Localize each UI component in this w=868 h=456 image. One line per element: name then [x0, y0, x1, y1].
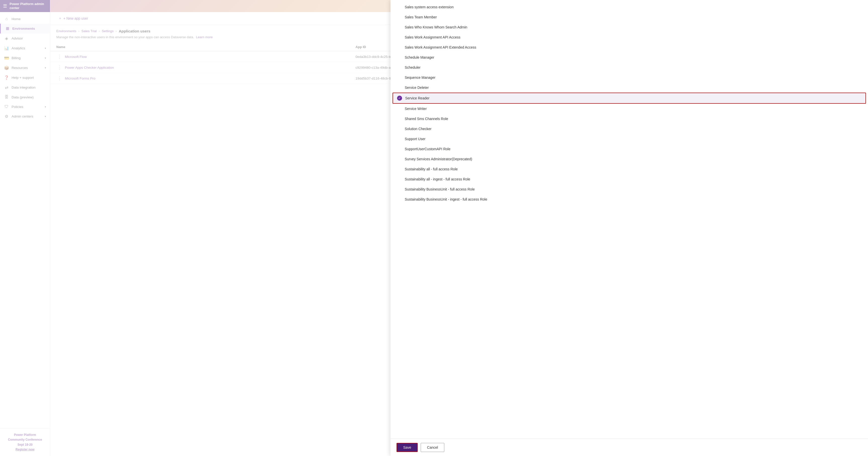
role-empty-icon — [397, 156, 402, 162]
role-label: Survey Services Administrator(Deprecated… — [405, 157, 472, 161]
role-label: Sales Work Assignment API Access — [405, 35, 460, 39]
role-item-service-writer[interactable]: Service Writer — [391, 104, 868, 114]
role-label: Service Writer — [405, 107, 427, 111]
role-empty-icon — [397, 136, 402, 141]
role-item-sustainability-ingest[interactable]: Sustainability all - ingest - full acces… — [391, 174, 868, 184]
roles-panel: Sales system access extension Sales Team… — [391, 0, 868, 456]
role-empty-icon — [397, 106, 402, 111]
save-button[interactable]: Save — [397, 443, 417, 452]
role-empty-icon — [397, 177, 402, 182]
role-empty-icon — [397, 85, 402, 90]
role-label: Sequence Manager — [405, 76, 435, 80]
role-label: Sales Team Member — [405, 15, 437, 19]
role-check-icon: ✓ — [397, 96, 402, 101]
role-label: Support User — [405, 137, 425, 141]
role-empty-icon — [397, 126, 402, 131]
role-label: Sales Who Knows Whom Search Admin — [405, 25, 467, 29]
role-item-sales-system-access[interactable]: Sales system access extension — [391, 2, 868, 12]
role-label: Shared Sms Channels Role — [405, 117, 448, 121]
role-empty-icon — [397, 25, 402, 30]
role-empty-icon — [397, 35, 402, 40]
role-empty-icon — [397, 65, 402, 70]
cancel-button[interactable]: Cancel — [421, 443, 444, 452]
role-empty-icon — [397, 4, 402, 9]
role-empty-icon — [397, 187, 402, 192]
role-label: Sales Work Assignment API Extended Acces… — [405, 45, 476, 49]
role-item-scheduler[interactable]: Scheduler — [391, 62, 868, 73]
role-empty-icon — [397, 15, 402, 20]
role-item-survey-services[interactable]: Survey Services Administrator(Deprecated… — [391, 154, 868, 164]
role-item-solution-checker[interactable]: Solution Checker — [391, 124, 868, 134]
role-item-support-user-custom-api[interactable]: SupportUserCustomAPI Role — [391, 144, 868, 154]
role-empty-icon — [397, 75, 402, 80]
role-empty-icon — [397, 55, 402, 60]
role-label: Sustainability BusinessUnit - full acces… — [405, 187, 475, 191]
role-item-service-deleter[interactable]: Service Deleter — [391, 83, 868, 93]
role-empty-icon — [397, 167, 402, 172]
panel-backdrop — [0, 0, 391, 456]
role-label: Sustainability BusinessUnit - ingest - f… — [405, 197, 487, 201]
role-item-sustainability-bu-ingest[interactable]: Sustainability BusinessUnit - ingest - f… — [391, 194, 868, 204]
role-empty-icon — [397, 45, 402, 50]
role-label: Sales system access extension — [405, 5, 454, 9]
role-item-sales-work-assignment[interactable]: Sales Work Assignment API Access — [391, 32, 868, 42]
role-label: Service Reader — [405, 96, 430, 100]
roles-list: Sales system access extension Sales Team… — [391, 0, 868, 439]
role-label: Solution Checker — [405, 127, 432, 131]
role-empty-icon — [397, 146, 402, 151]
role-item-sales-team-member[interactable]: Sales Team Member — [391, 12, 868, 22]
role-label: Sustainability all - ingest - full acces… — [405, 177, 470, 181]
role-label: Sustainability all - full access Role — [405, 167, 458, 171]
role-item-sustainability-all[interactable]: Sustainability all - full access Role — [391, 164, 868, 174]
role-label: Service Deleter — [405, 86, 429, 90]
role-empty-icon — [397, 116, 402, 121]
role-item-support-user[interactable]: Support User — [391, 134, 868, 144]
role-item-sales-work-assignment-ext[interactable]: Sales Work Assignment API Extended Acces… — [391, 42, 868, 52]
panel-footer: Save Cancel — [391, 439, 868, 456]
role-label: Scheduler — [405, 65, 421, 69]
role-item-sales-who-knows[interactable]: Sales Who Knows Whom Search Admin — [391, 22, 868, 32]
role-item-sustainability-bu[interactable]: Sustainability BusinessUnit - full acces… — [391, 184, 868, 194]
role-item-sequence-manager[interactable]: Sequence Manager — [391, 73, 868, 83]
role-empty-icon — [397, 197, 402, 202]
role-item-schedule-manager[interactable]: Schedule Manager — [391, 52, 868, 62]
role-item-service-reader[interactable]: ✓ Service Reader — [393, 93, 866, 104]
role-item-shared-sms-channels[interactable]: Shared Sms Channels Role — [391, 114, 868, 124]
role-label: Schedule Manager — [405, 55, 434, 59]
role-label: SupportUserCustomAPI Role — [405, 147, 451, 151]
